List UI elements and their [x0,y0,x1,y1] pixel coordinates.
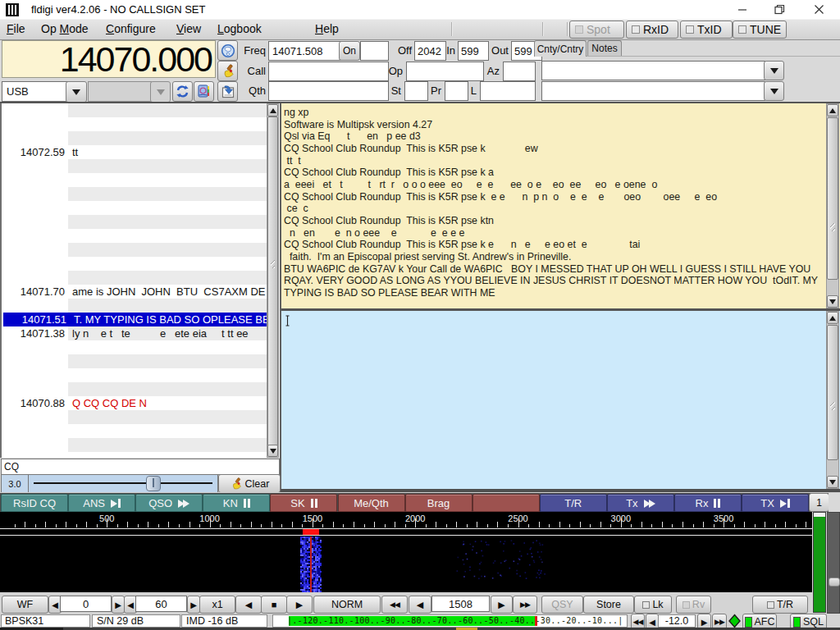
browser-row[interactable]: 14071.38ly n e t te e ete eia t tt ee [2,326,267,340]
tune-toggle[interactable]: TUNE [733,21,787,39]
menu-separator [542,22,544,36]
signal-level-value[interactable]: 3.0 [1,474,29,493]
logbook-button[interactable] [194,81,214,102]
call-field[interactable] [268,62,389,81]
browser-row[interactable]: 14070.88Q CQ CQ DE N [2,396,267,410]
browser-search-input[interactable]: CQ [1,459,280,475]
scale-tick [292,522,293,527]
st-label: St [374,84,401,97]
rx-line: ng xp [284,107,308,118]
menu-op-mode[interactable]: Op Mode [41,22,89,37]
browser-row[interactable]: 14072.59tt [2,145,267,159]
macro-kn-button[interactable]: KN [203,494,270,513]
slider-handle[interactable] [146,476,161,491]
scale-tick [662,522,663,527]
scroll-left-button[interactable]: ◀ [235,596,262,614]
macro-me-qth-button[interactable]: Me/Qth [338,494,405,513]
center-button[interactable]: ■ [261,596,287,614]
menu-help[interactable]: Help [315,22,339,37]
menu-view[interactable]: View [176,22,201,37]
freq-field[interactable]: 14071.508 [268,41,342,61]
minimize-icon[interactable] [728,0,756,19]
macro-sk-button[interactable]: SK [270,494,337,513]
carrier-down-button[interactable]: ◀ [409,596,431,614]
lock-toggle[interactable]: Lk [634,596,672,614]
sync-button[interactable] [172,81,193,102]
menu-logbook[interactable]: Logbook [217,22,262,37]
tx-text-panel[interactable] [281,311,840,489]
close-icon[interactable] [805,0,833,19]
macro-rsid-cq-button[interactable]: RsID CQ [1,494,68,513]
macro-brag-button[interactable]: Brag [405,494,472,513]
browser-clear-button[interactable]: Clear [218,474,281,493]
secondary-dropdown-button[interactable] [150,81,171,103]
mode-status[interactable]: BPSK31 [1,614,90,628]
restore-icon[interactable] [765,0,793,19]
az-field[interactable] [503,62,536,81]
macro-tx-button[interactable]: TX [742,494,809,513]
spot-toggle[interactable]: Spot [569,21,624,39]
carrier-frequency-field[interactable]: 1508 [431,596,490,612]
macro-set-button[interactable]: 1 [809,493,829,512]
macro-tx-button[interactable]: Tx [607,494,674,513]
wf-mode-button[interactable]: WF [2,596,48,614]
macro-empty-button[interactable] [472,494,540,513]
tab-cnty-cntry[interactable]: Cnty/Cntry [534,40,587,57]
browser-row[interactable]: 14071.70ame is JOHN JOHN BTU CS7AXM DE W [2,285,267,299]
scale-tick [693,524,694,527]
pause-icon [714,499,720,508]
waterfall-gain-slider[interactable] [827,512,840,614]
offset-field[interactable]: -12.0 [658,614,696,628]
qth-field[interactable] [268,81,389,101]
waterfall[interactable]: 500100015002000250030003500 [0,512,812,592]
wf-rate-button[interactable]: NORM [313,596,381,614]
signal-browser[interactable]: 14072.59tt14071.70ame is JOHN JOHN BTU C… [0,103,280,458]
scale-tick [261,524,262,527]
carrier-down-fast-button[interactable]: ◀◀ [381,596,408,614]
speed-up-button[interactable]: ▶ [112,596,125,614]
menu-configure[interactable]: Configure [106,22,156,37]
upper-signal-field[interactable]: 0 [60,596,112,612]
browser-stripe [68,159,268,173]
rx-line: TYPING IS BAD SO PLEASE BEAR WITH ME [284,287,495,299]
txrx-toggle[interactable]: T/R [752,596,808,614]
macro-t-r-button[interactable]: T/R [540,494,607,513]
row-frequency: 14070.88 [2,396,65,410]
signal-level-slider[interactable] [28,474,218,493]
secondary-select[interactable] [88,81,152,102]
country-select[interactable] [541,81,765,101]
scroll-right-button[interactable]: ▶ [286,596,313,614]
rx-scrollbar[interactable] [826,103,839,308]
frequency-display[interactable]: 14070.000 [2,40,216,78]
store-button[interactable]: Store [583,596,634,614]
carrier-up-button[interactable]: ▶ [491,596,513,614]
pause-icon [244,499,250,508]
county-select[interactable] [541,61,765,80]
tx-scrollbar[interactable] [826,311,839,489]
tab-notes[interactable]: Notes [587,40,622,56]
macro-ans-button[interactable]: ANS [68,494,135,513]
browser-scrollbar[interactable] [267,103,279,458]
reverse-toggle[interactable]: Rv [676,596,711,614]
mode-select[interactable]: USB [2,81,71,102]
slider-handle[interactable] [829,578,840,587]
range-up-button[interactable]: ▶ [187,596,200,614]
qsy-button[interactable]: QSY [541,596,583,614]
row-text: Q CQ CQ DE N [65,396,147,410]
on-button[interactable]: On [339,41,360,61]
rxid-toggle[interactable]: RxID [626,21,678,39]
county-dropdown-button[interactable] [764,61,784,80]
country-dropdown-button[interactable] [764,81,784,101]
carrier-up-fast-button[interactable]: ▶▶ [513,596,537,614]
loc-field[interactable] [480,81,536,101]
macro-qso-button[interactable]: QSO [135,494,203,513]
menu-file[interactable]: File [7,22,25,37]
zoom-button[interactable]: x1 [199,596,235,614]
macro-rx-button[interactable]: Rx [674,494,742,513]
rx-text-panel[interactable]: ng xpSoftware is Multipsk version 4.27Qs… [281,103,840,308]
browser-row[interactable]: 14071.51T. MY TYPING IS BAD SO OPLEASE B… [3,313,267,326]
signal-range-field[interactable]: 60 [135,596,187,612]
mode-dropdown-button[interactable] [66,81,87,103]
txid-toggle[interactable]: TxID [680,21,733,39]
scale-tick [343,524,344,527]
